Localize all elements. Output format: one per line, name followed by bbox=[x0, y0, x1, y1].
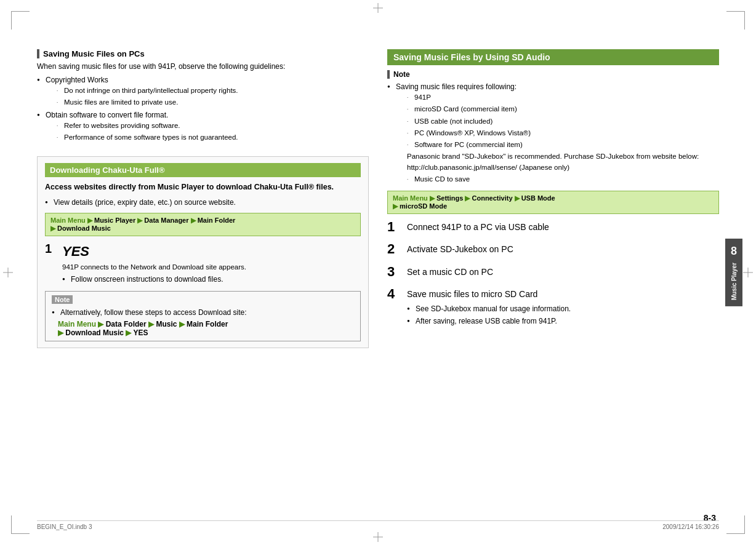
downloading-intro: Access websites directly from Music Play… bbox=[45, 182, 361, 193]
saving-pc-sub-item-2-1: Refer to websites providing software. bbox=[57, 121, 369, 131]
sd-menu-path: Main Menu ▶ Settings ▶ Connectivity ▶ US… bbox=[387, 191, 719, 214]
sd-menu-settings: Settings bbox=[436, 194, 463, 202]
left-column: Saving Music Files on PCs When saving mu… bbox=[37, 49, 369, 508]
downloading-bullets: View details (price, expiry date, etc.) … bbox=[45, 197, 361, 208]
menu-main-folder: Main Folder bbox=[198, 217, 236, 224]
downloading-section: Downloading Chaku-Uta Full® Access websi… bbox=[37, 156, 369, 348]
menu-arrow-3: ▶ bbox=[191, 217, 198, 224]
downloading-note: Note Alternatively, follow these steps t… bbox=[45, 291, 361, 341]
menu-data-manager: Data Manager bbox=[144, 217, 188, 224]
right-column: Saving Music Files by Using SD Audio Not… bbox=[387, 49, 719, 508]
saving-sd-section: Saving Music Files by Using SD Audio Not… bbox=[387, 49, 719, 332]
sd-menu-main-menu: Main Menu bbox=[393, 194, 428, 202]
page-footer: BEGIN_E_OI.indb 3 2009/12/14 16:30:26 bbox=[37, 520, 719, 530]
step-1: 1 YES 941P connects to the Network and D… bbox=[45, 241, 361, 287]
menu-download-music: Download Music bbox=[57, 225, 111, 232]
sd-sub-941p: 941P bbox=[407, 92, 719, 103]
sd-sub-pc: PC (Windows® XP, Windows Vista®) bbox=[407, 128, 719, 138]
crop-mark-tr bbox=[726, 11, 745, 30]
saving-pc-title: Saving Music Files on PCs bbox=[37, 49, 369, 58]
saving-pc-sub-item-2-2: Performance of some software types is no… bbox=[57, 132, 369, 143]
menu-arrow-1: ▶ bbox=[87, 217, 94, 224]
cross-top bbox=[373, 3, 383, 13]
sd-step-1-number: 1 bbox=[387, 219, 403, 235]
step-1-desc: 941P connects to the Network and Downloa… bbox=[62, 262, 361, 272]
saving-pc-item-2: Obtain software to convert file format. … bbox=[37, 109, 369, 143]
sd-sub-usb: USB cable (not included) bbox=[407, 116, 719, 127]
crop-mark-br bbox=[726, 515, 745, 534]
menu-main-menu-1: Main Menu bbox=[50, 217, 86, 224]
sidebar-tab: 8 Music Player bbox=[725, 239, 742, 306]
sidebar-number: 8 bbox=[731, 245, 737, 258]
sd-note-label: Note bbox=[387, 70, 719, 79]
sd-step-4-bullet-1: See SD-Jukebox manual for usage informat… bbox=[407, 303, 719, 314]
step-1-bullet-1: Follow onscreen instructions to download… bbox=[62, 274, 361, 285]
sd-sub-music-cd: Music CD to save bbox=[407, 174, 719, 185]
menu-arrow-4: ▶ bbox=[50, 225, 57, 232]
cross-bottom bbox=[373, 532, 383, 542]
note-menu-path: Main Menu ▶ Data Folder ▶ Music ▶ Main F… bbox=[58, 320, 354, 337]
step-1-content: YES 941P connects to the Network and Dow… bbox=[62, 241, 361, 287]
sd-menu-arrow-2: ▶ bbox=[465, 194, 472, 202]
menu-arrow-2: ▶ bbox=[137, 217, 144, 224]
sd-step-3-text: Set a music CD on PC bbox=[407, 264, 719, 279]
downloading-bullet-1: View details (price, expiry date, etc.) … bbox=[45, 197, 361, 208]
crop-mark-bl bbox=[11, 515, 30, 534]
sd-step-1: 1 Connect 941P to a PC via USB cable bbox=[387, 219, 719, 235]
sidebar-label: Music Player bbox=[731, 263, 738, 300]
sd-menu-arrow-4: ▶ bbox=[393, 202, 400, 210]
sd-sub-software: Software for PC (commercial item) bbox=[407, 140, 719, 150]
cross-left bbox=[3, 268, 13, 277]
saving-pc-sub-item-1-2: Music files are limited to private use. bbox=[57, 97, 369, 108]
step-1-yes: YES bbox=[62, 242, 361, 261]
cross-right bbox=[743, 268, 753, 277]
saving-pc-section: Saving Music Files on PCs When saving mu… bbox=[37, 49, 369, 144]
sd-step-4: 4 Save music files to micro SD Card See … bbox=[387, 286, 719, 328]
saving-pc-intro: When saving music files for use with 941… bbox=[37, 61, 369, 72]
sd-step-4-number: 4 bbox=[387, 286, 403, 302]
sd-sub-panasonic: Panasonic brand "SD-Jukebox" is recommen… bbox=[407, 151, 719, 173]
saving-pc-sub-item-1-1: Do not infringe on third party/intellect… bbox=[57, 86, 369, 96]
downloading-menu-path: Main Menu ▶ Music Player ▶ Data Manager … bbox=[45, 213, 361, 236]
sd-step-3: 3 Set a music CD on PC bbox=[387, 264, 719, 280]
sd-note-list: Saving music files requires following: 9… bbox=[387, 81, 719, 185]
sd-step-2-text: Activate SD-Jukebox on PC bbox=[407, 241, 719, 256]
saving-pc-list: Copyrighted Works Do not infringe on thi… bbox=[37, 74, 369, 143]
sd-step-2: 2 Activate SD-Jukebox on PC bbox=[387, 241, 719, 257]
note-item-1: Alternatively, follow these steps to acc… bbox=[52, 307, 354, 318]
sd-menu-usb-mode: USB Mode bbox=[521, 194, 555, 202]
sd-step-2-number: 2 bbox=[387, 241, 403, 257]
saving-pc-sub-1: Do not infringe on third party/intellect… bbox=[57, 86, 369, 108]
sd-sub-microsd: microSD Card (commercial item) bbox=[407, 104, 719, 114]
step-1-bullets: Follow onscreen instructions to download… bbox=[62, 274, 361, 285]
sd-step-4-bullet-2: After saving, release USB cable from 941… bbox=[407, 316, 719, 327]
step-1-number: 1 bbox=[45, 241, 58, 256]
sd-note-item-1: Saving music files requires following: 9… bbox=[387, 81, 719, 185]
footer-right: 2009/12/14 16:30:26 bbox=[662, 523, 719, 530]
saving-sd-title: Saving Music Files by Using SD Audio bbox=[387, 49, 719, 65]
downloading-title: Downloading Chaku-Uta Full® bbox=[45, 163, 361, 177]
sd-step-4-content: Save music files to micro SD Card See SD… bbox=[407, 286, 719, 328]
main-content: Saving Music Files on PCs When saving mu… bbox=[37, 49, 719, 508]
saving-pc-item-1: Copyrighted Works Do not infringe on thi… bbox=[37, 74, 369, 108]
sd-note-sub: 941P microSD Card (commercial item) USB … bbox=[407, 92, 719, 185]
note-title-1: Note bbox=[52, 295, 73, 304]
sd-menu-arrow-1: ▶ bbox=[430, 194, 436, 202]
sd-step-3-number: 3 bbox=[387, 264, 403, 280]
saving-pc-sub-2: Refer to websites providing software. Pe… bbox=[57, 121, 369, 143]
sd-menu-connectivity: Connectivity bbox=[472, 194, 513, 202]
sd-step-1-text: Connect 941P to a PC via USB cable bbox=[407, 219, 719, 234]
footer-left: BEGIN_E_OI.indb 3 bbox=[37, 523, 92, 530]
sd-menu-arrow-3: ▶ bbox=[515, 194, 521, 202]
sd-menu-microsd-mode: microSD Mode bbox=[400, 202, 447, 210]
sd-step-4-bullets: See SD-Jukebox manual for usage informat… bbox=[407, 303, 719, 327]
sd-note-section: Note Saving music files requires followi… bbox=[387, 70, 719, 185]
note-list: Alternatively, follow these steps to acc… bbox=[52, 307, 354, 318]
menu-music-player: Music Player bbox=[94, 217, 135, 224]
crop-mark-tl bbox=[11, 11, 30, 30]
